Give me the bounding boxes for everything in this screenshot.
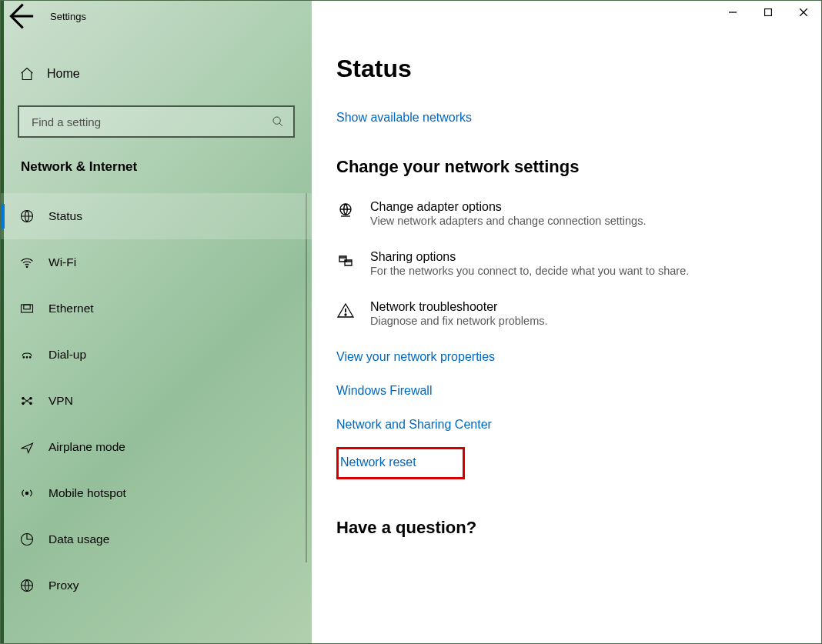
- sidebar-item-label: Dial-up: [48, 348, 86, 362]
- svg-rect-4: [22, 305, 33, 312]
- sidebar-item-dialup[interactable]: Dial-up: [1, 332, 312, 378]
- minimize-button[interactable]: [715, 1, 750, 24]
- page-title: Status: [336, 55, 798, 83]
- option-title: Network troubleshooter: [370, 300, 548, 314]
- settings-window: Settings Home: [0, 0, 822, 644]
- option-desc: View network adapters and change connect…: [370, 215, 646, 227]
- globe-icon: [19, 209, 48, 224]
- airplane-icon: [19, 439, 48, 455]
- hotspot-icon: [19, 486, 48, 501]
- window-controls: [715, 1, 821, 24]
- option-desc: For the networks you connect to, decide …: [370, 265, 689, 277]
- adapter-icon: [336, 200, 370, 227]
- back-button[interactable]: [1, 1, 36, 32]
- sidebar: Home Network & Internet Statu: [1, 32, 312, 643]
- wifi-icon: [19, 255, 48, 270]
- sidebar-item-label: Wi-Fi: [48, 255, 76, 269]
- window-title: Settings: [50, 11, 86, 22]
- option-title: Change adapter options: [370, 200, 646, 214]
- sidebar-item-wifi[interactable]: Wi-Fi: [1, 239, 312, 285]
- sidebar-item-airplane[interactable]: Airplane mode: [1, 424, 312, 470]
- svg-point-17: [345, 314, 346, 315]
- sidebar-item-label: Mobile hotspot: [48, 486, 126, 500]
- svg-point-3: [26, 266, 28, 268]
- sidebar-item-datausage[interactable]: Data usage: [1, 516, 312, 562]
- home-label: Home: [47, 67, 80, 81]
- option-troubleshooter[interactable]: Network troubleshooter Diagnose and fix …: [336, 300, 798, 327]
- have-question-heading: Have a question?: [336, 518, 798, 538]
- search-input[interactable]: [30, 115, 270, 129]
- link-network-properties[interactable]: View your network properties: [336, 350, 798, 364]
- change-settings-heading: Change your network settings: [336, 157, 798, 177]
- sidebar-item-label: Status: [48, 209, 82, 223]
- svg-point-6: [23, 357, 25, 359]
- main-content: Status Show available networks Change yo…: [312, 32, 821, 643]
- option-sharing[interactable]: Sharing options For the networks you con…: [336, 250, 798, 277]
- sidebar-item-hotspot[interactable]: Mobile hotspot: [1, 470, 312, 516]
- link-list: View your network properties Windows Fir…: [336, 350, 798, 479]
- link-windows-firewall[interactable]: Windows Firewall: [336, 384, 798, 398]
- option-adapter[interactable]: Change adapter options View network adap…: [336, 200, 798, 227]
- svg-point-1: [273, 117, 280, 124]
- svg-point-7: [26, 357, 28, 359]
- ethernet-icon: [19, 301, 48, 316]
- titlebar: Settings: [1, 1, 821, 32]
- svg-rect-0: [765, 9, 772, 16]
- sidebar-item-label: VPN: [48, 394, 73, 408]
- proxy-icon: [19, 578, 48, 593]
- search-field[interactable]: [18, 105, 295, 138]
- warning-icon: [336, 300, 370, 327]
- vpn-icon: [19, 393, 48, 409]
- svg-point-8: [29, 357, 31, 359]
- sharing-icon: [336, 250, 370, 277]
- sidebar-item-label: Proxy: [48, 579, 79, 592]
- link-network-sharing-center[interactable]: Network and Sharing Center: [336, 418, 798, 432]
- sidebar-item-status[interactable]: Status: [1, 193, 312, 239]
- sidebar-item-proxy[interactable]: Proxy: [1, 562, 312, 609]
- link-network-reset[interactable]: Network reset: [340, 455, 416, 469]
- sidebar-item-label: Airplane mode: [48, 440, 125, 454]
- maximize-button[interactable]: [750, 1, 786, 24]
- sidebar-item-vpn[interactable]: VPN: [1, 378, 312, 424]
- search-icon: [270, 115, 286, 128]
- option-desc: Diagnose and fix network problems.: [370, 315, 548, 327]
- option-title: Sharing options: [370, 250, 689, 264]
- sidebar-item-label: Data usage: [48, 532, 109, 546]
- highlight-box: Network reset: [336, 447, 465, 479]
- show-networks-link[interactable]: Show available networks: [336, 111, 798, 125]
- dialup-icon: [19, 347, 48, 362]
- home-nav[interactable]: Home: [1, 53, 312, 95]
- svg-point-13: [25, 492, 28, 494]
- nav-list: Status Wi-Fi Ethernet Dial-up: [1, 193, 312, 609]
- svg-rect-5: [24, 305, 30, 309]
- close-button[interactable]: [786, 1, 821, 24]
- category-heading: Network & Internet: [1, 138, 312, 182]
- sidebar-item-label: Ethernet: [48, 302, 94, 315]
- sidebar-item-ethernet[interactable]: Ethernet: [1, 285, 312, 332]
- data-icon: [19, 532, 48, 547]
- home-icon: [19, 66, 47, 82]
